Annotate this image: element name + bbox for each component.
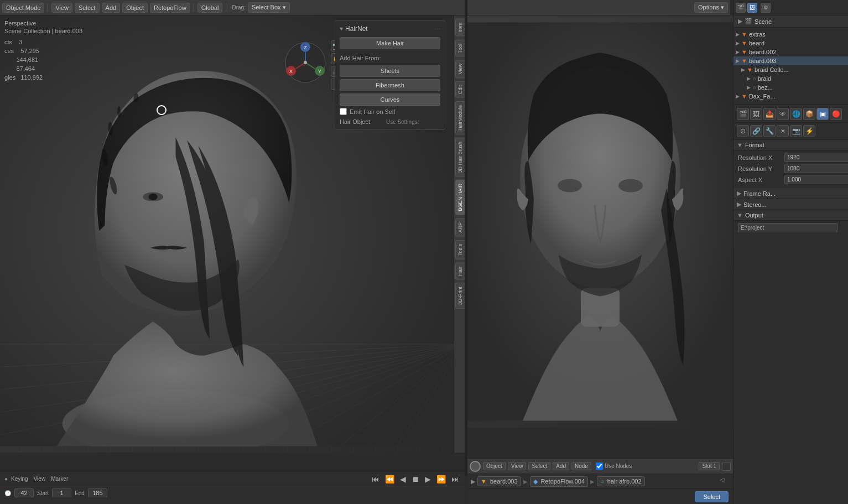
hairnet-menu-btn[interactable]: ⋯: [435, 26, 440, 32]
format-collapse-icon: ▼: [737, 142, 743, 148]
vtab-hairmodule[interactable]: HairModule: [455, 101, 465, 134]
rv-node-btn[interactable]: Node: [571, 462, 591, 470]
viewport-shading-btn[interactable]: [470, 461, 481, 472]
object-menu[interactable]: Object: [122, 3, 148, 13]
keying-label[interactable]: Keying: [11, 476, 28, 482]
right-3d-viewport[interactable]: [467, 15, 733, 428]
use-nodes-checkbox[interactable]: [596, 463, 603, 470]
play-btn[interactable]: ▶: [424, 475, 432, 484]
stereo-section-header[interactable]: ▶ Stereo...: [733, 199, 848, 210]
rv-object-btn[interactable]: Object: [483, 462, 506, 470]
tree-item-extras[interactable]: ▶ ▼ extras: [733, 30, 848, 39]
select-button[interactable]: Select: [695, 491, 729, 502]
tree-item-beard002[interactable]: ▶ ▼ beard.002: [733, 48, 848, 56]
add-menu[interactable]: Add: [102, 3, 121, 13]
vtab-hair[interactable]: Hair: [455, 263, 465, 280]
prop-material-icon-btn[interactable]: 🔴: [830, 108, 842, 120]
select-menu[interactable]: Select: [75, 3, 100, 13]
bc-expand-btn[interactable]: ▶: [471, 478, 475, 485]
tree-item-bez[interactable]: ▶ ○ bez...: [733, 83, 848, 92]
end-frame-input[interactable]: [88, 489, 107, 497]
prop-camera-icon-btn[interactable]: 📷: [790, 125, 802, 137]
prop-constraint-icon-btn[interactable]: 🔗: [750, 125, 762, 137]
pin-btn[interactable]: [722, 462, 731, 471]
object-mode-dropdown[interactable]: Object Mode: [2, 3, 44, 13]
output-section-header[interactable]: ▼ Output: [733, 210, 848, 221]
prop-icon-render[interactable]: 🖼: [747, 3, 757, 13]
timeline-marker-label[interactable]: Marker: [51, 476, 68, 482]
hairnet-title: HairNet: [345, 25, 368, 33]
play-reverse-btn[interactable]: ◀: [399, 475, 407, 484]
axis-gizmo[interactable]: Z Y X: [283, 40, 327, 86]
format-section-header[interactable]: ▼ Format: [733, 140, 848, 150]
tree-item-beard003[interactable]: ▶ ▼ beard.003: [733, 56, 848, 65]
curves-btn[interactable]: Curves: [340, 93, 440, 106]
aspect-x-input[interactable]: [784, 175, 848, 184]
framerate-section-header[interactable]: ▶ Frame Ra...: [733, 188, 848, 199]
vtab-tool[interactable]: Tool: [455, 40, 465, 57]
prop-view-icon-btn[interactable]: 👁: [777, 108, 789, 120]
res-y-input[interactable]: [784, 164, 848, 173]
tree-item-beard[interactable]: ▶ ▼ beard: [733, 39, 848, 48]
view-menu[interactable]: View: [51, 3, 72, 13]
sheets-btn[interactable]: Sheets: [340, 65, 440, 77]
breadcrumb-retopoflow[interactable]: ◆ RetopoFlow.004: [530, 476, 589, 487]
vtab-3dhairbrush[interactable]: 3D Hair Brush: [455, 138, 465, 177]
vtab-edit[interactable]: Edit: [455, 81, 465, 98]
tree-item-braid2[interactable]: ▶ ○ braid: [733, 74, 848, 83]
vtab-tools[interactable]: Tools: [455, 240, 465, 259]
output-path-display[interactable]: E:\project: [738, 223, 837, 232]
prop-icon-settings[interactable]: ⚙: [761, 3, 771, 13]
hairnet-collapse-btn[interactable]: ▾: [340, 25, 343, 33]
vtab-arp[interactable]: ARP: [455, 219, 465, 237]
vtab-bgenhair[interactable]: BGEN HAIR: [455, 180, 465, 215]
rv-select-btn[interactable]: Select: [528, 462, 550, 470]
vtab-view[interactable]: View: [455, 60, 465, 78]
jump-end-btn[interactable]: ⏭: [450, 475, 460, 484]
hairnet-panel-header: ▾ HairNet ⋯: [340, 25, 440, 33]
prop-object-icon-btn[interactable]: 📦: [803, 108, 815, 120]
rv-add-btn[interactable]: Add: [553, 462, 569, 470]
start-label: Start: [37, 490, 49, 496]
prop-shading-icon-btn[interactable]: ☀: [777, 125, 789, 137]
next-keyframe-btn[interactable]: ⏩: [435, 475, 447, 484]
tree-icon-bez: ○: [752, 84, 756, 91]
tree-arrow-braid2: ▶: [747, 76, 751, 81]
select-box-dropdown[interactable]: Select Box ▾: [248, 2, 290, 13]
prop-output-icon-btn[interactable]: 📤: [763, 108, 776, 120]
jump-start-btn[interactable]: ⏮: [371, 475, 381, 484]
bc-settings-btn[interactable]: ◁: [720, 476, 730, 486]
vtab-item[interactable]: Item: [455, 19, 465, 37]
emit-hair-on-self-checkbox[interactable]: [340, 108, 347, 115]
rv-view-btn[interactable]: View: [508, 462, 527, 470]
prop-scene-icon-btn[interactable]: 🎬: [737, 108, 749, 120]
prop-particle-icon-btn[interactable]: ⊙: [737, 125, 749, 137]
slot-dropdown[interactable]: Slot 1: [699, 462, 720, 470]
fibermesh-btn[interactable]: Fibermesh: [340, 79, 440, 91]
scene-icon: 🎬: [745, 18, 752, 25]
prop-render-icon-btn[interactable]: 🖼: [750, 108, 762, 120]
retopoflow-menu[interactable]: RetopoFlow: [150, 3, 190, 13]
global-dropdown[interactable]: Global: [197, 3, 223, 13]
breadcrumb-hairafro[interactable]: ○ hair afro.002: [597, 476, 644, 486]
prop-world-icon-btn[interactable]: 🌐: [790, 108, 802, 120]
timeline-view-label[interactable]: View: [34, 476, 46, 482]
drag-label: Drag:: [232, 4, 245, 11]
prop-physics-icon-btn[interactable]: ⚡: [803, 125, 815, 137]
tree-item-daxfa[interactable]: ▶ ▼ Dax_Fa...: [733, 92, 848, 101]
prop-icon-scene[interactable]: 🎬: [736, 3, 746, 13]
current-frame-input[interactable]: [14, 489, 34, 497]
stop-btn[interactable]: ⏹: [410, 475, 420, 484]
prop-modifier-icon-btn[interactable]: 🔧: [763, 125, 776, 137]
start-frame-input[interactable]: [52, 489, 71, 497]
res-x-input[interactable]: [784, 153, 848, 162]
vtab-3dprint[interactable]: 3D-Print: [455, 283, 465, 309]
prev-keyframe-btn[interactable]: ⏪: [384, 475, 396, 484]
retopoflow-icon: ◆: [533, 478, 538, 485]
options-btn[interactable]: Options ▾: [694, 2, 728, 13]
prop-data-icon-btn[interactable]: ▣: [816, 108, 829, 120]
tree-item-braid[interactable]: ▶ ▼ braid Colle...: [733, 65, 848, 74]
viewport-divider[interactable]: [465, 0, 467, 476]
breadcrumb-beard003[interactable]: ▼ beard.003: [477, 476, 521, 486]
make-hair-btn[interactable]: Make Hair: [340, 37, 440, 49]
